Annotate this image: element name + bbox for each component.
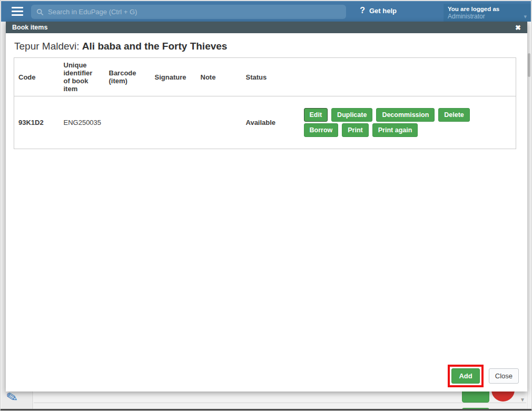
col-status: Status (246, 73, 295, 81)
duplicate-button[interactable]: Duplicate (331, 108, 372, 122)
print-button[interactable]: Print (342, 123, 368, 137)
table-row: 93K1D2 ENG250035 Available Edit Duplicat… (14, 96, 516, 149)
hamburger-menu-icon[interactable] (12, 7, 23, 16)
book-items-table: Code Unique identifier of book item Barc… (14, 57, 516, 149)
modal-footer: Add Close (448, 365, 519, 387)
item-signature (151, 96, 196, 149)
item-unique-id: ENG250035 (60, 96, 105, 149)
item-code: 93K1D2 (14, 96, 60, 149)
vertical-scrollbar[interactable] (527, 22, 531, 409)
close-icon[interactable]: ✖ (515, 24, 521, 31)
author-name: Tepur Maldevi: (14, 41, 82, 52)
user-menu[interactable]: You are logged as Administrator ▾ (444, 4, 531, 23)
user-role: Administrator (448, 13, 527, 20)
borrow-button[interactable]: Borrow (304, 123, 339, 137)
row-actions: Edit Duplicate Decommission Delete Borro… (304, 106, 470, 139)
help-icon: ? (360, 6, 365, 15)
chevron-down-icon: ▾ (524, 13, 527, 20)
window-bottom-edge (1, 409, 531, 410)
col-barcode: Barcode (item) (109, 69, 146, 85)
col-unique-identifier: Unique identifier of book item (64, 61, 101, 93)
item-barcode (105, 96, 151, 149)
modal-body: Tepur Maldevi: Ali baba and the Forty Th… (6, 33, 527, 392)
scroll-down-icon[interactable]: ▼ (520, 397, 525, 403)
edit-button[interactable]: Edit (304, 108, 328, 122)
search-icon (36, 8, 44, 16)
modal-header: Book items ✖ (6, 22, 527, 33)
book-title: Ali baba and the Forty Thieves (82, 41, 228, 52)
book-items-modal: Book items ✖ Tepur Maldevi: Ali baba and… (6, 22, 527, 392)
divider (34, 403, 526, 403)
col-signature: Signature (155, 73, 192, 81)
status-badge: Available (242, 96, 300, 149)
get-help-label: Get help (369, 7, 397, 15)
decommission-button[interactable]: Decommission (376, 108, 435, 122)
get-help-button[interactable]: ? Get help (360, 6, 397, 15)
col-note: Note (201, 73, 238, 81)
modal-title: Book items (12, 24, 47, 31)
page-title: Tepur Maldevi: Ali baba and the Forty Th… (14, 41, 227, 52)
col-code: Code (18, 73, 55, 81)
logged-as-label: You are logged as (448, 6, 527, 12)
scrollbar-thumb[interactable] (528, 53, 530, 77)
search-box[interactable] (31, 5, 346, 19)
search-input[interactable] (48, 8, 341, 16)
table-header-row: Code Unique identifier of book item Barc… (14, 58, 516, 96)
add-button[interactable]: Add (451, 368, 479, 384)
topbar: ? Get help You are logged as Administrat… (1, 1, 531, 22)
close-button[interactable]: Close (489, 368, 519, 384)
print-again-button[interactable]: Print again (372, 123, 418, 137)
item-note (196, 96, 242, 149)
delete-button[interactable]: Delete (438, 108, 470, 122)
add-button-highlight: Add (448, 365, 483, 387)
